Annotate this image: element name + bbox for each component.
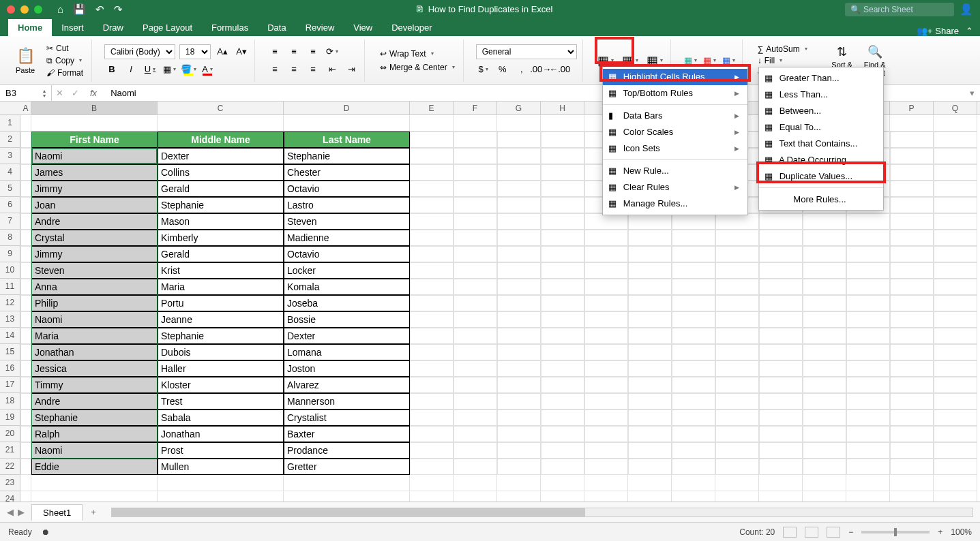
cell[interactable]: Maria: [158, 279, 284, 295]
row-header[interactable]: 15: [0, 344, 20, 360]
cell[interactable]: Mannerson: [284, 393, 410, 409]
menu-manage-rules[interactable]: ▦ Manage Rules...: [603, 196, 747, 212]
menu-highlight-cells-rules[interactable]: ▦ Highlight Cells Rules: [603, 69, 747, 85]
align-top-icon[interactable]: ≡: [267, 44, 282, 59]
row-header[interactable]: 23: [0, 475, 20, 491]
comma-icon[interactable]: ,: [514, 62, 529, 77]
currency-icon[interactable]: $: [476, 62, 491, 77]
font-color-button[interactable]: A: [200, 62, 215, 77]
cut-button[interactable]: ✂Cut: [44, 43, 86, 54]
increase-indent-icon[interactable]: ⇥: [344, 62, 359, 77]
row-header[interactable]: 24: [0, 491, 20, 501]
decrease-font-icon[interactable]: A▾: [234, 44, 249, 59]
tab-review[interactable]: Review: [296, 19, 344, 36]
cell[interactable]: Naomi: [31, 442, 158, 459]
fill-color-button[interactable]: 🪣: [181, 62, 196, 77]
cell[interactable]: Dexter: [284, 328, 410, 344]
cancel-formula-icon[interactable]: ✕: [52, 88, 68, 98]
menu-more-rules[interactable]: More Rules...: [759, 191, 883, 207]
col-header-a[interactable]: A: [20, 102, 31, 114]
cell[interactable]: Joston: [284, 360, 410, 377]
horizontal-scrollbar[interactable]: [111, 508, 973, 517]
cell[interactable]: Prodance: [284, 442, 410, 459]
menu-text-contains[interactable]: ▦ Text that Contains...: [759, 136, 883, 152]
menu-date-occurring[interactable]: ▦ A Date Occurring...: [759, 152, 883, 168]
col-header-q[interactable]: Q: [934, 102, 977, 114]
tab-insert[interactable]: Insert: [52, 19, 93, 36]
align-right-icon[interactable]: ≡: [306, 62, 321, 77]
maximize-window[interactable]: [34, 5, 42, 14]
cell[interactable]: Steven: [284, 213, 410, 230]
row-header[interactable]: 10: [0, 262, 20, 279]
table-header[interactable]: Last Name: [284, 132, 410, 148]
row-header[interactable]: 19: [0, 409, 20, 426]
table-header[interactable]: First Name: [31, 132, 158, 148]
cell[interactable]: Stephanie: [158, 328, 284, 344]
name-box[interactable]: B3▴▾: [0, 85, 52, 101]
col-header-b[interactable]: B: [31, 102, 158, 114]
row-header[interactable]: 7: [0, 213, 20, 230]
cell[interactable]: Stephanie: [158, 197, 284, 213]
redo-icon[interactable]: ↷: [114, 3, 123, 16]
copy-button[interactable]: ⧉Copy: [44, 55, 86, 66]
row-header[interactable]: 11: [0, 279, 20, 295]
select-all-corner[interactable]: [0, 102, 20, 114]
col-header-f[interactable]: F: [454, 102, 497, 114]
cell[interactable]: James: [31, 164, 158, 181]
cell[interactable]: Stephanie: [31, 409, 158, 426]
autosum-button[interactable]: ∑AutoSum: [755, 44, 810, 55]
cell[interactable]: Lastro: [284, 197, 410, 213]
cell[interactable]: Alvarez: [284, 377, 410, 393]
close-window[interactable]: [7, 5, 15, 14]
menu-between[interactable]: ▦ Between...: [759, 103, 883, 119]
cell[interactable]: Chester: [284, 164, 410, 181]
cell[interactable]: Jonathan: [31, 344, 158, 360]
col-header-c[interactable]: C: [158, 102, 284, 114]
font-family-select[interactable]: Calibri (Body): [104, 44, 175, 59]
zoom-slider[interactable]: [861, 531, 930, 534]
underline-button[interactable]: U: [143, 62, 158, 77]
formula-value[interactable]: Naomi: [104, 88, 136, 98]
row-header[interactable]: 3: [0, 148, 20, 164]
cell[interactable]: Steven: [31, 262, 158, 279]
cell[interactable]: Ralph: [31, 426, 158, 442]
zoom-out-icon[interactable]: −: [848, 527, 853, 537]
fill-button[interactable]: ↓Fill: [755, 55, 785, 66]
cell[interactable]: Kimberly: [158, 230, 284, 246]
cell[interactable]: Krist: [158, 262, 284, 279]
tab-data[interactable]: Data: [258, 19, 295, 36]
paste-button[interactable]: 📋 Paste: [11, 47, 40, 74]
row-header[interactable]: 5: [0, 181, 20, 197]
row-header[interactable]: 12: [0, 295, 20, 311]
percent-icon[interactable]: %: [495, 62, 510, 77]
row-header[interactable]: 1: [0, 115, 20, 132]
font-size-select[interactable]: 18: [179, 44, 211, 59]
col-header-h[interactable]: H: [541, 102, 584, 114]
cell[interactable]: Mason: [158, 213, 284, 230]
increase-font-icon[interactable]: A▴: [215, 44, 230, 59]
row-header[interactable]: 18: [0, 393, 20, 409]
cell[interactable]: Timmy: [31, 377, 158, 393]
tab-view[interactable]: View: [344, 19, 382, 36]
cell[interactable]: Gretter: [284, 459, 410, 475]
ribbon-collapse-icon[interactable]: ⌃: [966, 26, 973, 36]
row-header[interactable]: 9: [0, 246, 20, 262]
cell[interactable]: Octavio: [284, 181, 410, 197]
sheet-nav-next-icon[interactable]: ▶: [18, 507, 25, 517]
cell[interactable]: Bossie: [284, 311, 410, 328]
menu-less-than[interactable]: ▦ Less Than...: [759, 87, 883, 103]
cell[interactable]: Jonathan: [158, 426, 284, 442]
menu-equal-to[interactable]: ▦ Equal To...: [759, 119, 883, 136]
cell[interactable]: Haller: [158, 360, 284, 377]
col-header-d[interactable]: D: [284, 102, 410, 114]
format-painter-button[interactable]: 🖌Format: [44, 67, 86, 78]
align-center-icon[interactable]: ≡: [286, 62, 301, 77]
cell[interactable]: Kloster: [158, 377, 284, 393]
row-header[interactable]: 6: [0, 197, 20, 213]
cell[interactable]: Mullen: [158, 459, 284, 475]
bold-button[interactable]: B: [104, 62, 119, 77]
enter-formula-icon[interactable]: ✓: [68, 88, 83, 98]
align-bottom-icon[interactable]: ≡: [306, 44, 321, 59]
row-header[interactable]: 20: [0, 426, 20, 442]
cell[interactable]: Collins: [158, 164, 284, 181]
